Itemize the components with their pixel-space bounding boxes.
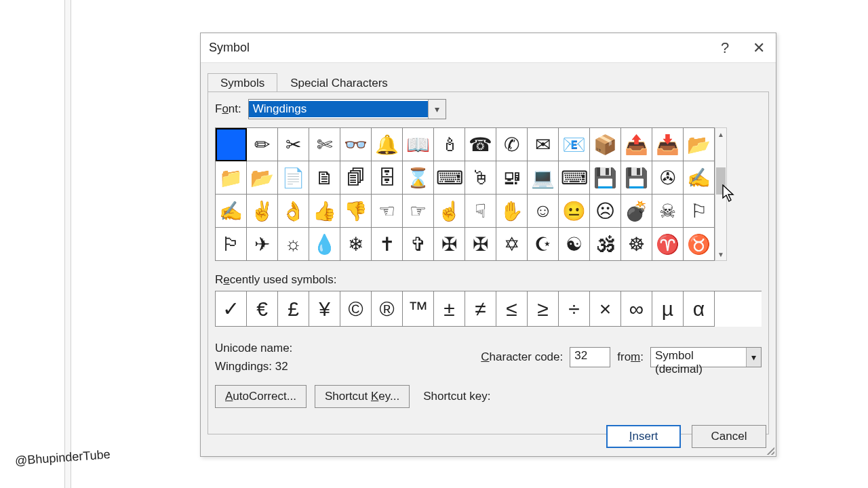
symbol-cell[interactable]: 📧	[559, 128, 590, 161]
close-button[interactable]: ✕	[742, 33, 776, 63]
recent-symbol-cell[interactable]: ™	[403, 291, 434, 327]
symbol-cell[interactable]: ✋	[496, 195, 528, 228]
symbol-cell[interactable]: ✆	[496, 128, 528, 161]
symbol-cell[interactable]: 🗐	[340, 161, 372, 195]
symbol-cell[interactable]: ⌨	[559, 161, 590, 195]
symbol-cell[interactable]: ☼	[278, 228, 309, 261]
from-combobox[interactable]: Symbol (decimal) ▾	[650, 347, 762, 367]
recent-symbol-cell[interactable]: ∞	[621, 291, 652, 327]
recent-symbol-cell[interactable]: α	[684, 291, 715, 327]
symbol-cell[interactable]: ☟	[465, 195, 496, 228]
recent-symbol-cell[interactable]: ®	[372, 291, 403, 327]
scroll-up-icon[interactable]: ▲	[715, 128, 726, 140]
symbol-cell[interactable]: ✌	[247, 195, 278, 228]
symbol-cell[interactable]	[216, 128, 247, 161]
tab-special-characters[interactable]: Special Characters	[277, 73, 401, 92]
symbol-cell[interactable]: 📤	[621, 128, 652, 161]
unicode-name-block: Unicode name: Wingdings: 32	[215, 339, 474, 375]
symbol-cell[interactable]: 🔔	[372, 128, 403, 161]
symbol-cell[interactable]: 🗄	[372, 161, 403, 195]
symbol-cell[interactable]: ✂	[278, 128, 309, 161]
symbol-cell[interactable]: 👌	[278, 195, 309, 228]
symbol-cell[interactable]: 🖰	[465, 161, 496, 195]
shortcut-key-button[interactable]: Shortcut Key...	[315, 385, 410, 408]
symbol-cell[interactable]: 📄	[278, 161, 309, 195]
symbol-cell[interactable]: 📥	[652, 128, 684, 161]
recent-symbol-cell[interactable]: ≠	[465, 291, 496, 327]
symbol-cell[interactable]: 💾	[621, 161, 652, 195]
symbol-cell[interactable]: 🏳	[216, 228, 247, 261]
symbol-cell[interactable]: 📂	[247, 161, 278, 195]
symbol-cell[interactable]: 👓	[340, 128, 372, 161]
scroll-thumb[interactable]	[716, 167, 726, 195]
autocorrect-button[interactable]: AutoCorrect...	[215, 385, 307, 408]
symbol-cell[interactable]: ⌨	[434, 161, 465, 195]
symbol-cell[interactable]: ✍	[216, 195, 247, 228]
tab-symbols[interactable]: Symbols	[208, 73, 277, 92]
font-combobox[interactable]: Wingdings ▾	[248, 99, 446, 119]
symbol-cell[interactable]: ✡	[496, 228, 528, 261]
symbol-cell[interactable]: 🕉	[590, 228, 621, 261]
recent-symbol-cell[interactable]: µ	[652, 291, 684, 327]
symbol-cell[interactable]: 💾	[590, 161, 621, 195]
symbol-cell[interactable]: ♈	[652, 228, 684, 261]
symbol-cell[interactable]: ☹	[590, 195, 621, 228]
symbol-cell[interactable]: ❄	[340, 228, 372, 261]
symbol-cell[interactable]: ☪	[528, 228, 559, 261]
symbol-cell[interactable]: ✍	[684, 161, 715, 195]
font-value: Wingdings	[249, 101, 428, 117]
symbol-cell[interactable]: ☯	[559, 228, 590, 261]
recent-symbol-cell[interactable]: €	[247, 291, 278, 327]
symbol-cell[interactable]: ☞	[403, 195, 434, 228]
symbol-cell[interactable]: 📂	[684, 128, 715, 161]
symbol-cell[interactable]: 🖳	[496, 161, 528, 195]
symbol-cell[interactable]: 📖	[403, 128, 434, 161]
recent-symbol-cell[interactable]: ≥	[528, 291, 559, 327]
symbol-cell[interactable]: ✏	[247, 128, 278, 161]
recent-symbol-cell[interactable]: ÷	[559, 291, 590, 327]
character-code-input[interactable]: 32	[570, 347, 610, 367]
symbol-cell[interactable]: ✠	[434, 228, 465, 261]
recent-symbol-cell[interactable]: ✓	[216, 291, 247, 327]
symbol-cell[interactable]: ♉	[684, 228, 715, 261]
recent-symbol-cell[interactable]: ©	[340, 291, 372, 327]
symbol-cell[interactable]: ✞	[403, 228, 434, 261]
symbol-cell[interactable]: 🗎	[309, 161, 340, 195]
recent-symbol-cell[interactable]: ×	[590, 291, 621, 327]
insert-button[interactable]: Insert	[606, 425, 681, 448]
shortcut-key-label: Shortcut key:	[423, 390, 490, 403]
symbol-cell[interactable]: ☎	[465, 128, 496, 161]
symbol-cell[interactable]: ✇	[652, 161, 684, 195]
symbol-cell[interactable]: ⌛	[403, 161, 434, 195]
scroll-down-icon[interactable]: ▼	[715, 248, 726, 260]
symbol-cell[interactable]: ☺	[528, 195, 559, 228]
symbol-cell[interactable]: 📁	[216, 161, 247, 195]
symbol-cell[interactable]: ✠	[465, 228, 496, 261]
symbol-cell[interactable]: ✝	[372, 228, 403, 261]
cancel-button[interactable]: Cancel	[692, 425, 766, 448]
recent-symbol-cell[interactable]: ±	[434, 291, 465, 327]
symbol-cell[interactable]: 😐	[559, 195, 590, 228]
resize-grip[interactable]	[765, 445, 774, 455]
symbol-cell[interactable]: ☝	[434, 195, 465, 228]
recent-symbol-cell[interactable]: ¥	[309, 291, 340, 327]
recent-symbol-cell[interactable]: ≤	[496, 291, 528, 327]
symbol-cell[interactable]: 💣	[621, 195, 652, 228]
symbol-cell[interactable]: 📦	[590, 128, 621, 161]
symbol-cell[interactable]: 💻	[528, 161, 559, 195]
symbol-cell[interactable]: ✉	[528, 128, 559, 161]
symbol-cell[interactable]: 👍	[309, 195, 340, 228]
help-button[interactable]: ?	[708, 33, 742, 63]
symbol-cell[interactable]: 🕯	[434, 128, 465, 161]
symbol-cell[interactable]: ✈	[247, 228, 278, 261]
symbol-cell[interactable]: ⚐	[684, 195, 715, 228]
symbol-cell[interactable]: ☜	[372, 195, 403, 228]
recent-symbol-cell[interactable]: £	[278, 291, 309, 327]
symbol-cell[interactable]: 💧	[309, 228, 340, 261]
symbol-cell[interactable]: ☸	[621, 228, 652, 261]
symbol-cell[interactable]: ✄	[309, 128, 340, 161]
grid-scrollbar[interactable]: ▲ ▼	[715, 127, 727, 261]
tab-panel-symbols: Font: Wingdings ▾ ✏✂✄👓🔔📖🕯☎✆✉📧📦📤📥📂📁📂📄🗎🗐🗄⌛…	[208, 92, 769, 434]
symbol-cell[interactable]: 👎	[340, 195, 372, 228]
symbol-cell[interactable]: ☠	[652, 195, 684, 228]
